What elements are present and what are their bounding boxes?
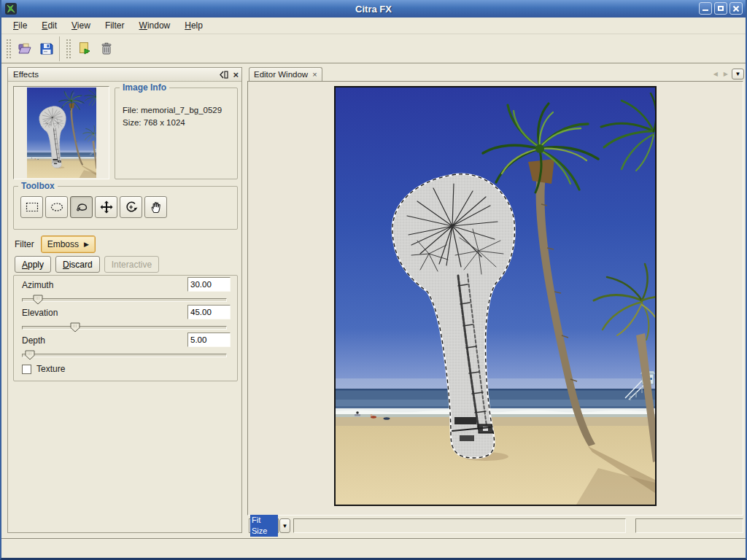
maximize-button[interactable] — [714, 2, 727, 15]
lasso-icon — [74, 200, 89, 214]
apply-button[interactable]: Apply — [15, 256, 51, 273]
effects-panel: Effects × Image Info File: memorial_7_bg… — [7, 67, 242, 533]
elevation-slider[interactable] — [22, 322, 227, 333]
image-size: Size: 560 x 747 — [123, 117, 235, 129]
save-button[interactable] — [36, 38, 58, 60]
delete-button[interactable] — [96, 38, 117, 60]
toolbar-grip[interactable] — [6, 39, 11, 59]
window-status-strip — [1, 538, 746, 558]
azimuth-label: Azimuth — [22, 280, 53, 290]
minimize-icon — [703, 9, 708, 11]
rotate-icon — [124, 200, 139, 214]
close-panel-icon[interactable]: × — [233, 71, 239, 79]
tab-label: Editor Window — [254, 70, 308, 79]
texture-label: Texture — [36, 364, 65, 374]
discard-button[interactable]: Discard — [55, 256, 100, 273]
zoom-combobox[interactable]: Fit Size ▼ — [249, 518, 290, 533]
toolbar — [1, 35, 746, 63]
move-icon — [99, 200, 114, 214]
image-file-name: File: memorial_7_bg_0529 — [123, 104, 235, 117]
zoom-value: Fit Size — [250, 515, 278, 537]
menu-edit[interactable]: Edit — [34, 18, 64, 33]
tool-rotate[interactable] — [120, 196, 142, 218]
action-row: Apply Discard Interactive — [15, 256, 159, 273]
image-info-title: Image Info — [120, 82, 169, 93]
depth-slider-handle[interactable] — [24, 350, 36, 360]
submenu-arrow-icon: ▶ — [84, 241, 89, 248]
close-button[interactable] — [729, 2, 743, 15]
menu-bar: File Edit View Filter Window Help — [1, 18, 746, 34]
zoom-combo-dropdown[interactable]: ▼ — [279, 518, 290, 533]
open-button[interactable] — [14, 38, 36, 60]
minimize-button[interactable] — [699, 2, 712, 15]
filter-value: Emboss — [47, 239, 79, 249]
tool-rectangle-select[interactable] — [20, 196, 43, 218]
thumbnail-box — [13, 86, 109, 179]
texture-checkbox[interactable] — [22, 365, 31, 374]
photo-frame — [334, 86, 657, 506]
menu-file[interactable]: File — [6, 18, 34, 33]
title-bar[interactable]: Citra FX — [1, 0, 746, 18]
menu-view[interactable]: View — [64, 18, 98, 33]
rectangle-select-icon — [25, 200, 39, 214]
hand-icon — [149, 200, 163, 214]
toolbar-separator — [59, 36, 60, 61]
editor-tab-bar: Editor Window × ◀ ▶ ▼ — [247, 67, 746, 81]
azimuth-slider[interactable] — [22, 295, 227, 306]
combo-arrow-icon: ▼ — [282, 523, 288, 529]
dropdown-arrow-icon: ▼ — [735, 71, 741, 77]
tab-scroll-right-icon[interactable]: ▶ — [721, 71, 730, 77]
tool-move[interactable] — [95, 196, 117, 218]
interactive-button: Interactive — [104, 256, 159, 273]
window-title: Citra FX — [1, 4, 746, 15]
tab-close-icon[interactable]: × — [312, 71, 317, 79]
status-bar-secondary — [635, 518, 743, 533]
effects-panel-title: Effects — [13, 70, 39, 79]
filter-params-group: Azimuth Elevation Depth — [13, 275, 238, 381]
menu-help[interactable]: Help — [177, 18, 210, 33]
status-bar — [293, 518, 626, 533]
dock-panel-icon[interactable] — [219, 71, 228, 79]
tool-pan[interactable] — [144, 196, 167, 218]
ellipse-select-icon — [50, 200, 64, 214]
filter-select-button[interactable]: Emboss ▶ — [41, 236, 96, 253]
application-window: Citra FX File Edit View Filter Window He… — [0, 0, 747, 560]
export-page-icon — [77, 42, 92, 56]
export-button[interactable] — [74, 38, 96, 60]
thumbnail-image[interactable] — [27, 88, 96, 178]
toolbar-grip-2[interactable] — [66, 39, 71, 59]
azimuth-input[interactable] — [187, 277, 231, 292]
elevation-input[interactable] — [187, 305, 231, 319]
zoom-combo-field[interactable]: Fit Size — [249, 518, 279, 533]
editor-area: Editor Window × ◀ ▶ ▼ Fit Size ▼ — [247, 67, 746, 534]
editor-canvas[interactable] — [247, 81, 743, 516]
elevation-label: Elevation — [22, 308, 58, 318]
image-info-group: Image Info File: memorial_7_bg_0529 Size… — [115, 88, 238, 179]
editor-bottom-bar: Fit Size ▼ — [247, 517, 743, 534]
elevation-slider-handle[interactable] — [69, 322, 81, 332]
effects-panel-header[interactable]: Effects × — [8, 68, 241, 82]
tab-scroll-left-icon[interactable]: ◀ — [711, 71, 720, 77]
save-floppy-icon — [39, 42, 54, 56]
tab-editor-window[interactable]: Editor Window × — [249, 67, 322, 81]
maximize-icon — [718, 6, 724, 11]
editor-image[interactable] — [336, 88, 655, 505]
depth-input[interactable] — [187, 332, 231, 347]
tool-ellipse-select[interactable] — [45, 196, 68, 218]
trash-icon — [99, 42, 114, 56]
toolbox-group: Toolbox — [13, 186, 238, 230]
azimuth-slider-handle[interactable] — [32, 295, 44, 305]
depth-label: Depth — [22, 335, 45, 346]
open-folder-icon — [17, 41, 33, 57]
tool-lasso[interactable] — [70, 196, 93, 218]
tab-list-dropdown[interactable]: ▼ — [732, 69, 744, 79]
depth-slider[interactable] — [22, 350, 227, 361]
toolbox-title: Toolbox — [18, 181, 58, 191]
filter-row: Filter Emboss ▶ — [15, 236, 96, 253]
menu-filter[interactable]: Filter — [98, 18, 132, 33]
filter-label: Filter — [15, 239, 34, 249]
menu-window[interactable]: Window — [132, 18, 178, 33]
